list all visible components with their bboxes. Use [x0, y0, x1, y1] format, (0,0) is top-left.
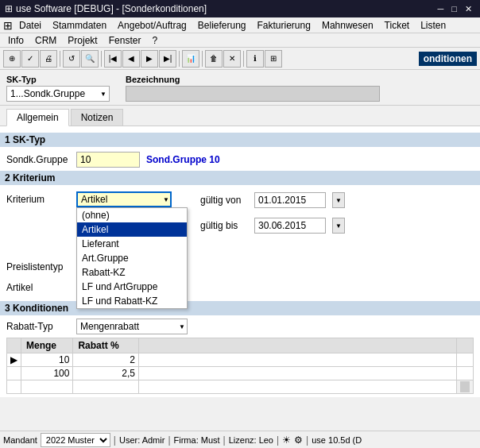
dropdown-item-rabattkz[interactable]: Rabatt-KZ	[77, 265, 187, 280]
section3-header: 3 Konditionen	[0, 301, 480, 315]
kriterium-dropdown-list: (ohne) Artikel Lieferant Art.Gruppe Raba…	[76, 207, 188, 309]
table-cell-rabatt-2: 2,5	[73, 367, 139, 380]
dropdown-item-ohne[interactable]: (ohne)	[77, 208, 187, 222]
minimize-button[interactable]: ─	[435, 4, 447, 14]
toolbar-refresh[interactable]: ↺	[63, 50, 80, 68]
menu-fakturierung[interactable]: Fakturierung	[253, 19, 315, 32]
sondk-gruppe-display: Sond.Gruppe 10	[146, 154, 220, 165]
tab-allgemein[interactable]: Allgemein	[6, 109, 69, 126]
gueltig-von-label: gültig von	[200, 195, 248, 206]
toolbar-new[interactable]: ⊕	[3, 50, 21, 68]
dropdown-item-lieferant[interactable]: Lieferant	[77, 237, 187, 251]
menu-fenster[interactable]: Fenster	[104, 34, 146, 47]
toolbar-next[interactable]: ▶	[141, 50, 158, 68]
toolbar-export[interactable]: 📊	[182, 50, 199, 68]
window-title: use Software [DEBUG] - [Sonderkonditione…	[16, 3, 207, 14]
table-cell-menge-2: 100	[21, 367, 73, 380]
toolbar-prev[interactable]: ◀	[122, 50, 140, 68]
gueltig-von-calendar-button[interactable]: ▼	[332, 192, 345, 208]
sondk-gruppe-input[interactable]	[76, 152, 140, 168]
main-content: SK-Typ 1...Sondk.Gruppe ▼ Bezeichnung Al…	[0, 70, 480, 397]
table-header-scroll	[457, 338, 474, 353]
table-cell-scroll-2	[457, 367, 474, 380]
menu-info[interactable]: Info	[3, 34, 29, 47]
menu-ticket[interactable]: Ticket	[380, 19, 415, 32]
toolbar-info[interactable]: ℹ	[246, 50, 264, 68]
bezeichnung-input[interactable]	[126, 86, 380, 102]
section2-title: Kriterium	[13, 172, 55, 183]
kriterium-row: Kriterium ▼ (ohne) Artikel Lieferant Art…	[6, 191, 172, 207]
toolbar-print[interactable]: 🖨	[40, 50, 57, 68]
toolbar-grid[interactable]: ⊞	[265, 50, 282, 68]
menu-projekt[interactable]: Projekt	[63, 34, 102, 47]
firma-info: Firma: Must	[174, 435, 220, 445]
menu-stammdaten[interactable]: Stammdaten	[48, 19, 111, 32]
window-controls: ─ □ ✕	[435, 4, 475, 14]
menu-datei[interactable]: Datei	[14, 19, 46, 32]
toolbar-search[interactable]: 🔍	[81, 50, 99, 68]
menu-angebot[interactable]: Angebot/Auftrag	[113, 19, 192, 32]
section3-number: 3	[5, 303, 10, 314]
sun-icon: ☀	[282, 434, 291, 446]
table-cell-empty-rabatt	[73, 380, 139, 394]
table-cell-rabatt-1: 2	[73, 353, 139, 367]
sondk-gruppe-row: Sondk.Gruppe Sond.Gruppe 10	[6, 152, 474, 168]
sk-typ-label: SK-Typ	[6, 75, 110, 84]
menu-help[interactable]: ?	[147, 34, 162, 47]
toolbar-title: onditionen	[419, 52, 477, 66]
gueltig-von-input[interactable]	[254, 192, 326, 208]
toolbar-sep1	[60, 51, 60, 67]
rabatt-typ-select[interactable]: Mengenrabatt	[76, 319, 188, 334]
restore-button[interactable]: □	[448, 4, 460, 14]
toolbar-cancel[interactable]: ✕	[223, 50, 241, 68]
menu-crm[interactable]: CRM	[30, 34, 61, 47]
konditionen-table: Menge Rabatt % ▶ 10 2	[6, 338, 474, 394]
rabatt-typ-label: Rabatt-Typ	[6, 321, 70, 332]
table-row-empty	[7, 380, 474, 394]
user-info: User: Admir	[119, 435, 165, 445]
kriterium-dropdown: ▼ (ohne) Artikel Lieferant Art.Gruppe Ra…	[76, 191, 172, 207]
sk-typ-select[interactable]: 1...Sondk.Gruppe	[6, 86, 110, 102]
status-sep5: |	[306, 434, 308, 446]
gueltig-bis-calendar-button[interactable]: ▼	[332, 218, 345, 234]
secondary-menu-bar: Info CRM Projekt Fenster ?	[0, 33, 480, 48]
dropdown-item-artikel[interactable]: Artikel	[77, 222, 187, 237]
table-cell-menge-1: 10	[21, 353, 73, 367]
sk-typ-select-wrapper: 1...Sondk.Gruppe ▼	[6, 86, 110, 102]
table-cell-scroll-1	[457, 353, 474, 367]
menu-belieferung[interactable]: Belieferung	[193, 19, 251, 32]
toolbar-check[interactable]: ✓	[21, 50, 39, 68]
menu-mahnwesen[interactable]: Mahnwesen	[317, 19, 378, 32]
table-cell-empty-2	[139, 367, 457, 380]
rabatt-typ-row: Rabatt-Typ Mengenrabatt ▼	[6, 319, 474, 334]
sk-typ-row: SK-Typ 1...Sondk.Gruppe ▼ Bezeichnung	[0, 70, 480, 106]
gueltig-bis-input[interactable]	[254, 218, 326, 234]
section2-header: 2 Kriterium	[0, 171, 480, 185]
tab-notizen[interactable]: Notizen	[71, 109, 124, 126]
toolbar-first[interactable]: |◀	[104, 50, 122, 68]
dropdown-item-artgruppe[interactable]: Art.Gruppe	[77, 251, 187, 265]
table-row: ▶ 10 2	[7, 353, 474, 367]
gueltig-bis-row: gültig bis ▼	[200, 218, 345, 234]
menu-listen[interactable]: Listen	[416, 19, 451, 32]
kriterium-label: Kriterium	[6, 194, 70, 205]
dropdown-item-lf-rabattkz[interactable]: LF und Rabatt-KZ	[77, 294, 187, 308]
gueltig-bis-label: gültig bis	[200, 220, 248, 231]
form-content: 1 SK-Typ Sondk.Gruppe Sond.Gruppe 10 2 K…	[0, 126, 480, 397]
toolbar-last[interactable]: ▶|	[159, 50, 176, 68]
tabs: Allgemein Notizen	[0, 106, 480, 126]
dropdown-item-lf-artgruppe[interactable]: LF und ArtGruppe	[77, 280, 187, 294]
mandant-select[interactable]: 2022 Muster	[41, 433, 110, 447]
status-sep1: |	[114, 434, 116, 446]
settings-icon[interactable]: ⚙	[294, 434, 303, 446]
version-info: use 10.5d (D	[312, 435, 362, 445]
table-header-menge: Menge	[21, 338, 73, 353]
close-button[interactable]: ✕	[462, 4, 475, 14]
table-scrollbar-cell	[457, 380, 474, 394]
kriterium-input[interactable]	[76, 191, 172, 207]
toolbar-sep3	[179, 51, 180, 67]
row-indicator-2	[7, 367, 21, 380]
status-bar: Mandant 2022 Muster | User: Admir | Firm…	[0, 431, 480, 448]
table-row: 100 2,5	[7, 367, 474, 380]
toolbar-delete[interactable]: 🗑	[205, 50, 223, 68]
